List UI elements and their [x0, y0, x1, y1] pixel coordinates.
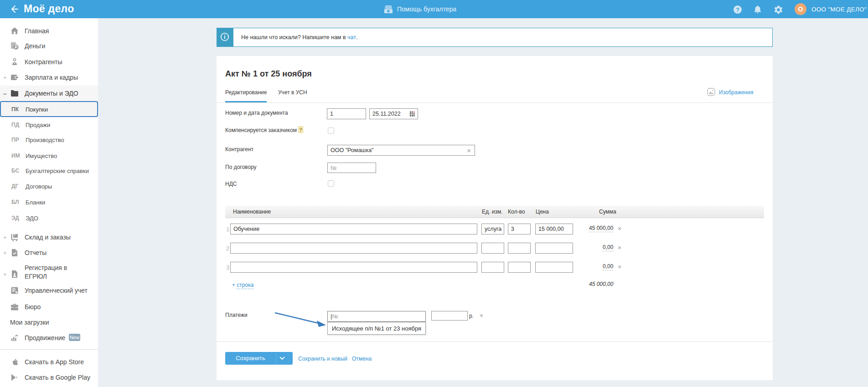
svg-text:?: ? [736, 6, 739, 13]
